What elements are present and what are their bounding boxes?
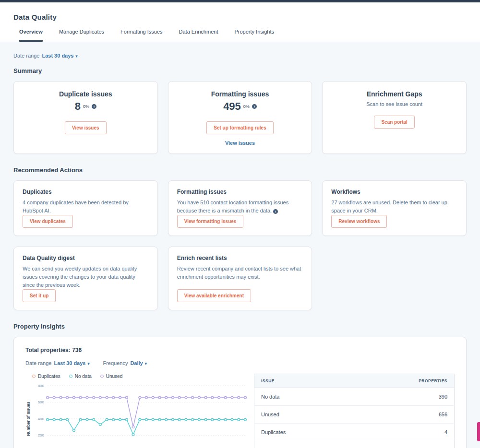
chart-point	[53, 397, 55, 399]
duplicates-action-card: Duplicates 4 company duplicates have bee…	[13, 180, 158, 236]
info-icon[interactable]: i	[273, 209, 278, 214]
chart-point	[119, 397, 121, 399]
data-quality-digest-card: Data Quality digest We can send you week…	[13, 247, 158, 310]
global-date-range: Date rangeLast 30 days▼	[13, 53, 467, 59]
series-line-no-data	[48, 420, 245, 435]
duplicate-issues-card: Duplicate issues 8 0% i View issues	[13, 81, 158, 154]
card-title: Formatting issues	[211, 90, 269, 98]
chart-point	[224, 419, 227, 421]
chart-point	[47, 397, 49, 399]
chart-point	[172, 397, 174, 399]
view-issues-button[interactable]: View issues	[65, 121, 107, 134]
table-cell: Duplicates	[254, 424, 353, 441]
table-cell: 656	[353, 406, 454, 424]
issues-table-container: ISSUE PROPERTIES No data390Unused656Dupl…	[254, 373, 455, 448]
legend-dot-icon	[69, 375, 72, 378]
table-cell: 4	[353, 424, 454, 441]
recommended-actions-heading: Recommended Actions	[13, 166, 467, 174]
formatting-issues-count: 495	[223, 100, 241, 113]
setup-formatting-rules-button[interactable]: Set up formatting rules	[206, 121, 273, 134]
tab-manage-duplicates[interactable]: Manage Duplicates	[59, 29, 104, 42]
card-body: 4 company duplicates have been detected …	[23, 199, 149, 215]
date-range-label: Date range	[13, 53, 39, 59]
legend-label: No data	[75, 374, 92, 379]
table-cell: 390	[353, 388, 454, 406]
table-row: Unused656	[254, 406, 454, 424]
properties-column-header[interactable]: PROPERTIES	[353, 374, 454, 388]
chart-point	[224, 397, 227, 399]
chart-point	[112, 419, 115, 421]
property-insights-card: Total properties: 736 Date rangeLast 30 …	[13, 337, 467, 448]
legend-item[interactable]: No data	[69, 374, 92, 379]
legend-dot-icon	[100, 375, 104, 378]
chart-point	[231, 397, 233, 399]
formatting-issues-percent: 0%	[243, 104, 250, 109]
info-icon[interactable]: i	[252, 104, 257, 109]
view-duplicates-button[interactable]: View duplicates	[23, 215, 73, 228]
chart-point	[139, 397, 141, 399]
view-issues-link[interactable]: View issues	[225, 140, 255, 146]
chart-point	[211, 419, 214, 421]
chart-point	[152, 397, 154, 399]
chart-point	[86, 419, 88, 421]
chart-point	[125, 419, 128, 421]
tab-data-enrichment[interactable]: Data Enrichment	[179, 29, 218, 42]
feedback-tab[interactable]	[477, 422, 480, 441]
legend-item[interactable]: Unused	[100, 374, 122, 379]
svg-text:600: 600	[38, 400, 45, 404]
card-title: Duplicate issues	[59, 90, 112, 98]
info-icon[interactable]: i	[92, 104, 96, 109]
tab-overview[interactable]: Overview	[19, 29, 43, 42]
view-formatting-issues-button[interactable]: View formatting issues	[177, 215, 244, 228]
table-cell: Unused	[254, 406, 353, 424]
chart-point	[73, 397, 75, 399]
chart-point	[172, 419, 174, 421]
chart-point	[73, 429, 75, 432]
tab-formatting-issues[interactable]: Formatting Issues	[120, 29, 162, 42]
issue-column-header[interactable]: ISSUE	[254, 374, 353, 388]
table-cell: 1,050	[353, 441, 454, 448]
svg-text:200: 200	[38, 433, 45, 437]
date-range-dropdown[interactable]: Last 30 days	[42, 53, 73, 59]
table-row: No data390	[254, 388, 454, 406]
tab-property-insights[interactable]: Property Insights	[234, 29, 274, 42]
legend-label: Unused	[106, 374, 122, 379]
table-row: Total issues1,050	[254, 441, 454, 448]
scan-portal-button[interactable]: Scan portal	[374, 116, 414, 129]
legend-item[interactable]: Duplicates	[32, 374, 60, 379]
chart-point	[178, 397, 180, 399]
page-header: Data Quality Overview Manage Duplicates …	[0, 2, 480, 42]
chart-point	[93, 397, 95, 399]
page-title: Data Quality	[13, 13, 467, 21]
chart-point	[178, 419, 180, 421]
enrichment-gaps-card: Enrichment Gaps Scan to see issue count …	[322, 81, 467, 154]
chart-point	[66, 419, 69, 421]
chart-point	[185, 397, 187, 399]
chart-legend: DuplicatesNo dataUnused	[32, 374, 244, 379]
chevron-down-icon: ▼	[74, 54, 78, 59]
chart-point	[185, 419, 187, 421]
chart-point	[211, 397, 214, 399]
chart-point	[158, 419, 161, 421]
total-properties: Total properties: 736	[25, 347, 455, 354]
pi-date-range-dropdown[interactable]: Last 30 days	[54, 360, 85, 366]
set-it-up-button[interactable]: Set it up	[23, 289, 56, 302]
chart-point	[99, 397, 101, 399]
frequency-dropdown[interactable]: Daily	[130, 360, 143, 366]
chevron-down-icon: ▼	[144, 362, 148, 366]
chart-point	[244, 419, 247, 421]
chart-point	[204, 397, 207, 399]
svg-text:Number of Issues: Number of Issues	[26, 401, 31, 436]
formatting-issues-action-card: Formatting issues You have 510 contact l…	[168, 180, 312, 236]
chart-point	[132, 434, 134, 436]
property-insights-heading: Property Insights	[13, 323, 467, 330]
tab-bar: Overview Manage Duplicates Formatting Is…	[13, 29, 467, 42]
view-available-enrichment-button[interactable]: View available enrichment	[177, 289, 251, 302]
review-workflows-button[interactable]: Review workflows	[331, 215, 387, 228]
card-body: We can send you weekly updates on data q…	[23, 265, 149, 289]
chart-point	[125, 397, 128, 399]
recommended-cards-row-2: Data Quality digest We can send you week…	[13, 247, 467, 310]
chart-point	[204, 419, 207, 421]
table-row: Duplicates4	[254, 424, 454, 441]
chart-point	[192, 419, 194, 421]
